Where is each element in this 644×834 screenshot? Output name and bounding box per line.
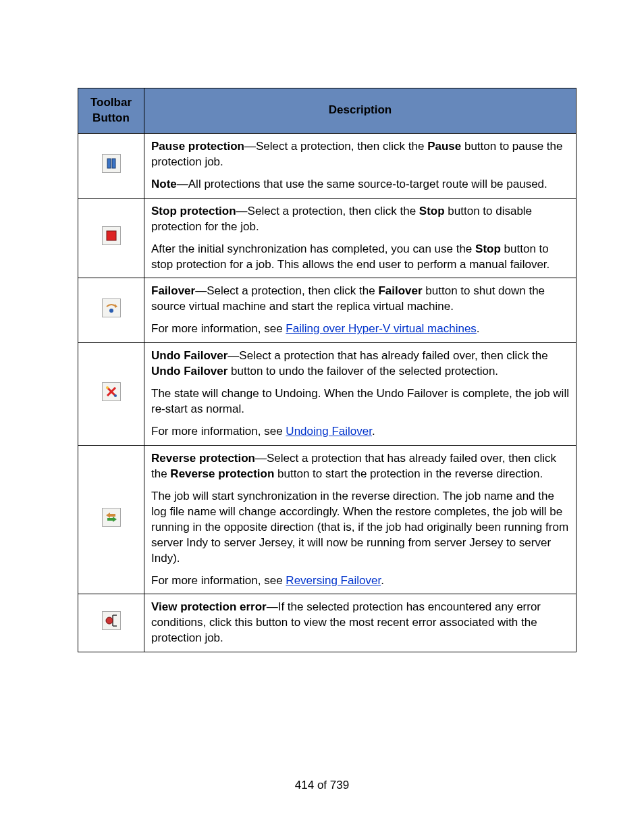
doc-link[interactable]: Reversing Failover xyxy=(286,574,381,587)
text: The state will change to Undoing. When t… xyxy=(151,387,569,415)
description-paragraph: View protection error—If the selected pr… xyxy=(151,600,569,646)
description-paragraph: For more information, see Undoing Failov… xyxy=(151,424,569,440)
icon-cell xyxy=(78,594,144,652)
icon-cell xyxy=(78,343,144,446)
table-row: Failover—Select a protection, then click… xyxy=(78,278,576,343)
bold-text: Undo Failover xyxy=(151,365,227,377)
header-description: Description xyxy=(144,88,576,134)
table-row: View protection error—If the selected pr… xyxy=(78,594,576,652)
reverse-protection-icon xyxy=(102,508,121,527)
text: —All protections that use the same sourc… xyxy=(177,178,547,190)
description-paragraph: Reverse protection—Select a protection t… xyxy=(151,451,569,482)
text: . xyxy=(477,322,480,335)
description-paragraph: Failover—Select a protection, then click… xyxy=(151,284,569,315)
description-cell: Undo Failover—Select a protection that h… xyxy=(144,343,576,446)
doc-link[interactable]: Undoing Failover xyxy=(286,425,372,438)
header-toolbar-button: Toolbar Button xyxy=(78,88,144,134)
text: . xyxy=(372,425,375,438)
doc-link[interactable]: Failing over Hyper-V virtual machines xyxy=(286,322,477,335)
pause-icon xyxy=(102,154,121,173)
icon-cell xyxy=(78,445,144,594)
description-paragraph: Stop protection—Select a protection, the… xyxy=(151,204,569,235)
table-row: Stop protection—Select a protection, the… xyxy=(78,198,576,278)
text: —Select a protection, then click the xyxy=(236,205,419,217)
toolbar-description-table: Toolbar Button Description Pause protect… xyxy=(78,88,576,652)
text: For more information, see xyxy=(151,574,286,587)
text: For more information, see xyxy=(151,322,286,335)
bold-text: Pause xyxy=(427,140,461,153)
description-cell: Stop protection—Select a protection, the… xyxy=(144,198,576,278)
bold-text: Undo Failover xyxy=(151,349,227,362)
icon-cell xyxy=(78,198,144,278)
description-paragraph: Note—All protections that use the same s… xyxy=(151,177,569,192)
text: button to undo the failover of the selec… xyxy=(227,365,498,377)
description-paragraph: After the initial synchronization has co… xyxy=(151,242,569,273)
bold-text: Stop protection xyxy=(151,205,236,217)
text: For more information, see xyxy=(151,425,286,438)
page-number: 414 of 739 xyxy=(0,778,644,793)
bold-text: Stop xyxy=(475,242,501,255)
description-paragraph: Undo Failover—Select a protection that h… xyxy=(151,348,569,380)
text: . xyxy=(381,574,384,587)
text: —Select a protection, then click the xyxy=(244,140,427,153)
icon-cell xyxy=(78,278,144,343)
bold-text: View protection error xyxy=(151,600,267,613)
bold-text: Reverse protection xyxy=(170,467,274,480)
stop-icon xyxy=(102,226,121,245)
description-cell: Failover—Select a protection, then click… xyxy=(144,278,576,343)
table-row: Reverse protection—Select a protection t… xyxy=(78,445,576,594)
description-paragraph: Pause protection—Select a protection, th… xyxy=(151,139,569,170)
undo-failover-icon xyxy=(102,382,121,401)
bold-text: Pause protection xyxy=(151,140,244,153)
view-error-icon xyxy=(102,611,121,630)
icon-cell xyxy=(78,133,144,198)
failover-icon xyxy=(102,298,121,317)
bold-text: Stop xyxy=(419,205,445,217)
bold-text: Failover xyxy=(378,284,422,297)
text: —Select a protection, then click the xyxy=(195,284,378,297)
description-paragraph: For more information, see Reversing Fail… xyxy=(151,573,569,589)
bold-text: Failover xyxy=(151,284,195,297)
bold-text: Reverse protection xyxy=(151,452,255,465)
text: —Select a protection that has already fa… xyxy=(227,349,547,362)
description-paragraph: For more information, see Failing over H… xyxy=(151,321,569,337)
description-cell: Pause protection—Select a protection, th… xyxy=(144,133,576,198)
table-row: Undo Failover—Select a protection that h… xyxy=(78,343,576,446)
description-cell: View protection error—If the selected pr… xyxy=(144,594,576,652)
bold-text: Note xyxy=(151,178,177,190)
description-paragraph: The job will start synchronization in th… xyxy=(151,489,569,567)
description-paragraph: The state will change to Undoing. When t… xyxy=(151,386,569,417)
table-row: Pause protection—Select a protection, th… xyxy=(78,133,576,198)
description-cell: Reverse protection—Select a protection t… xyxy=(144,445,576,594)
text: After the initial synchronization has co… xyxy=(151,242,475,255)
text: button to start the protection in the re… xyxy=(274,467,543,480)
text: The job will start synchronization in th… xyxy=(151,490,568,565)
